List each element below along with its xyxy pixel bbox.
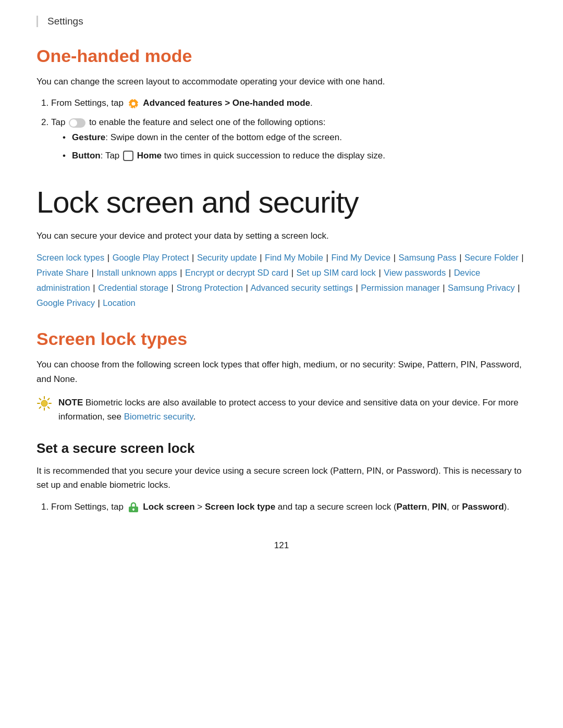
svg-rect-3 [133, 107, 134, 109]
note-period: . [193, 412, 196, 422]
one-handed-steps: From Settings, tap Advanced features > O… [36, 96, 527, 164]
pin-bold: PIN [432, 502, 447, 512]
button-text-after: two times in quick succession to reduce … [162, 151, 385, 161]
step1-text-before: From Settings, tap [51, 98, 126, 108]
svg-point-10 [41, 400, 47, 406]
home-bold: Home [134, 151, 162, 161]
one-handed-options: Gesture: Swipe down in the center of the… [51, 130, 527, 164]
secure-step1-before: From Settings, tap [51, 502, 126, 512]
secure-step1-end: ). [504, 502, 509, 512]
link-strong-protection[interactable]: Strong Protection [176, 283, 243, 292]
link-find-my-device[interactable]: Find My Device [331, 253, 390, 262]
link-google-privacy[interactable]: Google Privacy [36, 298, 95, 307]
one-handed-mode-title: One-handed mode [36, 46, 527, 66]
svg-line-17 [48, 398, 50, 400]
svg-line-15 [40, 398, 41, 400]
comma1: , [427, 502, 432, 512]
secure-step1-arrow: > [197, 502, 205, 512]
password-bold: Password [462, 502, 504, 512]
step1-bold-text: Advanced features > One-handed mode [143, 98, 310, 108]
note-content: NOTE Biometric locks are also available … [58, 396, 527, 424]
step1-period: . [310, 98, 313, 108]
svg-line-16 [48, 407, 50, 409]
secure-step1-after: and tap a secure screen lock ( [278, 502, 397, 512]
link-private-share[interactable]: Private Share [36, 268, 89, 277]
button-text-before: : Tap [101, 151, 122, 161]
gesture-text: : Swipe down in the center of the bottom… [105, 132, 342, 142]
secure-step-1: From Settings, tap Lock screen > Screen … [51, 500, 527, 515]
link-screen-lock-types[interactable]: Screen lock types [36, 253, 104, 262]
link-samsung-privacy[interactable]: Samsung Privacy [448, 283, 515, 292]
set-secure-lock-title: Set a secure screen lock [36, 440, 527, 456]
step-1: From Settings, tap Advanced features > O… [51, 96, 527, 111]
lock-screen-main-title: Lock screen and security [36, 184, 527, 219]
lock-screen-bold: Lock screen [143, 502, 194, 512]
screen-lock-types-title: Screen lock types [36, 329, 527, 349]
svg-rect-5 [137, 103, 139, 104]
svg-rect-4 [128, 103, 130, 104]
link-encrypt-sd-card[interactable]: Encrypt or decrypt SD card [185, 268, 288, 277]
step-2: Tap to enable the feature and select one… [51, 115, 527, 164]
link-advanced-security-settings[interactable]: Advanced security settings [251, 283, 353, 292]
home-button-icon [123, 151, 133, 161]
advanced-features-gear-icon [126, 98, 143, 108]
link-samsung-pass[interactable]: Samsung Pass [399, 253, 457, 262]
link-permission-manager[interactable]: Permission manager [361, 283, 439, 292]
screen-lock-type-bold: Screen lock type [205, 502, 275, 512]
link-install-unknown-apps[interactable]: Install unknown apps [96, 268, 177, 277]
svg-rect-21 [133, 510, 134, 511]
one-handed-description: You can change the screen layout to acco… [36, 75, 527, 89]
pattern-bold: Pattern [397, 502, 427, 512]
lock-screen-icon [126, 502, 143, 512]
set-secure-lock-description: It is recommended that you secure your d… [36, 464, 527, 492]
step2-text: to enable the feature and select one of … [89, 117, 326, 127]
button-option: Button: Tap Home two times in quick succ… [72, 149, 527, 164]
gesture-option: Gesture: Swipe down in the center of the… [72, 130, 527, 145]
link-location[interactable]: Location [103, 298, 135, 307]
page-number: 121 [36, 540, 527, 551]
link-find-my-mobile[interactable]: Find My Mobile [265, 253, 323, 262]
note-label: NOTE [58, 398, 83, 408]
gesture-label: Gesture [72, 132, 105, 142]
link-security-update[interactable]: Security update [197, 253, 257, 262]
note-box: NOTE Biometric locks are also available … [36, 396, 527, 424]
page-header: Settings [36, 16, 527, 27]
link-credential-storage[interactable]: Credential storage [98, 283, 168, 292]
link-sim-card-lock[interactable]: Set up SIM card lock [297, 268, 376, 277]
note-sun-icon [36, 396, 52, 414]
biometric-security-link[interactable]: Biometric security [124, 412, 193, 422]
button-label: Button [72, 151, 101, 161]
screen-lock-types-description: You can choose from the following screen… [36, 357, 527, 386]
link-secure-folder[interactable]: Secure Folder [464, 253, 519, 262]
lock-screen-description: You can secure your device and protect y… [36, 229, 527, 243]
link-view-passwords[interactable]: View passwords [384, 268, 446, 277]
svg-line-18 [40, 407, 41, 409]
comma2: , or [447, 502, 462, 512]
links-block: Screen lock types | Google Play Protect … [36, 250, 527, 311]
set-secure-lock-steps: From Settings, tap Lock screen > Screen … [36, 500, 527, 515]
step2-tap: Tap [51, 117, 68, 127]
svg-rect-2 [133, 98, 134, 100]
settings-label: Settings [47, 16, 83, 27]
toggle-switch-icon [69, 118, 85, 128]
svg-point-1 [131, 102, 135, 105]
link-google-play-protect[interactable]: Google Play Protect [113, 253, 189, 262]
